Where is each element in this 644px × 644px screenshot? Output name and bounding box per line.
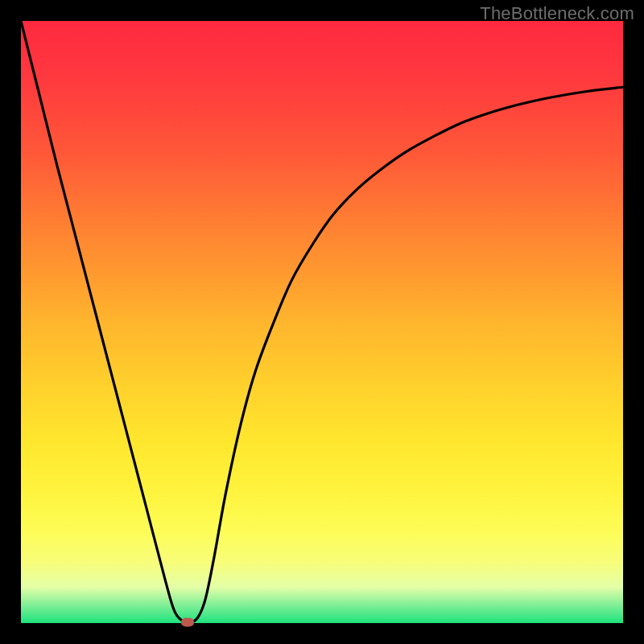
chart-plot-area: [21, 21, 623, 623]
chart-frame: TheBottleneck.com: [0, 0, 644, 644]
watermark-label: TheBottleneck.com: [480, 3, 634, 24]
minimum-marker: [181, 617, 194, 626]
bottleneck-curve: [21, 21, 623, 623]
